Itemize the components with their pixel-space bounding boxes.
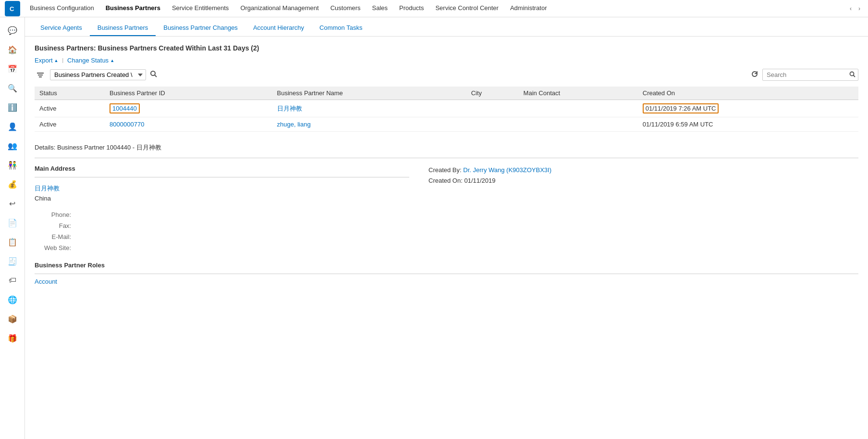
toolbar-separator: | — [62, 58, 64, 63]
cell-bp_id[interactable]: 1004440 — [105, 100, 272, 117]
sort-icon[interactable] — [35, 69, 46, 81]
details-divider — [35, 158, 858, 158]
sidebar-icon-person[interactable]: 👤 — [3, 117, 22, 136]
address-name[interactable]: 日月神教 — [35, 184, 409, 193]
sidebar-icon-search[interactable]: 🔍 — [3, 79, 22, 97]
sidebar-icon-dollar[interactable]: 💰 — [3, 175, 22, 193]
svg-point-7 — [850, 72, 854, 75]
table-row[interactable]: Active8000000770zhuge, liang01/11/2019 6… — [35, 117, 858, 132]
bp-roles-heading: Business Partner Roles — [35, 262, 858, 269]
col-header-bp_id: Business Partner ID — [105, 87, 272, 100]
created-by-value[interactable]: Dr. Jerry Wang (K903ZOYBX3I) — [463, 166, 551, 174]
sidebar-icon-receipt[interactable]: 🧾 — [3, 252, 22, 270]
sub-tabs: Service AgentsBusiness PartnersBusiness … — [25, 17, 868, 37]
sidebar-icon-chat[interactable]: 💬 — [3, 21, 22, 39]
address-divider — [35, 177, 409, 177]
top-nav-item-sales[interactable]: Sales — [367, 0, 394, 17]
top-nav-item-organizational-management[interactable]: Organizational Management — [234, 0, 324, 17]
sub-tab-common-tasks[interactable]: Common Tasks — [312, 24, 370, 36]
cell-status: Active — [35, 100, 105, 117]
top-nav-item-service-control-center[interactable]: Service Control Center — [429, 0, 504, 17]
cell-main_contact — [519, 100, 638, 117]
contact-table: Phone: Fax: E-Mail: — [35, 209, 409, 254]
search-box-wrapper — [762, 69, 858, 81]
top-nav-item-administrator[interactable]: Administrator — [504, 0, 553, 17]
cell-bp_name[interactable]: zhuge, liang — [272, 117, 466, 132]
link-bp_id[interactable]: 8000000770 — [110, 121, 144, 128]
cell-status: Active — [35, 117, 105, 132]
table-row[interactable]: Active1004440日月神教01/11/2019 7:26 AM UTC — [35, 100, 858, 117]
top-nav-item-business-partners[interactable]: Business Partners — [100, 0, 166, 17]
refresh-icon[interactable] — [751, 70, 758, 79]
cell-created_on: 01/11/2019 6:59 AM UTC — [638, 117, 858, 132]
svg-rect-2 — [37, 73, 44, 74]
main-content: Service AgentsBusiness PartnersBusiness … — [25, 17, 868, 439]
sidebar-icon-people[interactable]: 👥 — [3, 137, 22, 155]
sub-tab-business-partners[interactable]: Business Partners — [90, 24, 156, 36]
phone-row: Phone: — [36, 210, 408, 220]
nav-arrows: ‹ › — [847, 4, 863, 13]
filter-search-icon[interactable] — [150, 70, 158, 79]
sub-tab-service-agents[interactable]: Service Agents — [33, 24, 90, 36]
change-status-label: Change Status — [67, 57, 109, 64]
export-button[interactable]: Export ▲ — [35, 57, 59, 64]
sub-tab-business-partner-changes[interactable]: Business Partner Changes — [156, 24, 245, 36]
website-row: Web Site: — [36, 243, 408, 253]
link-bp_name[interactable]: zhuge, liang — [277, 121, 311, 128]
sidebar-icon-globe[interactable]: 🌐 — [3, 290, 22, 309]
nav-forward-arrow[interactable]: › — [856, 4, 863, 13]
sidebar-icon-tag[interactable]: 🏷 — [3, 271, 22, 289]
table-header: StatusBusiness Partner IDBusiness Partne… — [35, 87, 858, 100]
filter-dropdown[interactable]: Business Partners Created \ All Business… — [50, 69, 146, 80]
toolbar-row: Export ▲ | Change Status ▲ — [35, 57, 858, 64]
col-header-city: City — [466, 87, 519, 100]
filter-row: Business Partners Created \ All Business… — [35, 69, 858, 81]
sidebar-icon-list[interactable]: 📋 — [3, 233, 22, 251]
sidebar-icon-group[interactable]: 👫 — [3, 156, 22, 174]
sidebar-icon-info[interactable]: ℹ️ — [3, 98, 22, 116]
phone-value — [75, 210, 408, 220]
sidebar-icon-document[interactable]: 📄 — [3, 213, 22, 232]
fax-row: Fax: — [36, 221, 408, 231]
link-bp_name[interactable]: 日月神教 — [277, 105, 302, 112]
col-header-status: Status — [35, 87, 105, 100]
top-nav-item-customers[interactable]: Customers — [325, 0, 367, 17]
phone-label: Phone: — [36, 210, 74, 220]
details-left: Main Address 日月神教 China Phone: Fax: — [35, 165, 409, 254]
top-nav-item-service-entitlements[interactable]: Service Entitlements — [166, 0, 235, 17]
address-country: China — [35, 195, 409, 202]
nav-back-arrow[interactable]: ‹ — [847, 4, 855, 13]
role-item[interactable]: Account — [35, 278, 858, 285]
app-logo: C — [5, 1, 20, 16]
sidebar-icon-return[interactable]: ↩ — [3, 194, 22, 213]
details-layout: Main Address 日月神教 China Phone: Fax: — [35, 165, 858, 254]
website-value — [75, 243, 408, 253]
created-on-label: Created On: — [428, 177, 463, 184]
export-arrow-icon: ▲ — [54, 58, 59, 63]
col-header-created_on: Created On — [638, 87, 858, 100]
sidebar-icon-cube[interactable]: 📦 — [3, 310, 22, 328]
top-nav-items: Business ConfigurationBusiness PartnersS… — [24, 0, 845, 17]
created-info: Created By: Dr. Jerry Wang (K903ZOYBX3I)… — [428, 165, 573, 186]
created-by-label: Created By: — [428, 166, 462, 174]
col-header-bp_name: Business Partner Name — [272, 87, 466, 100]
cell-bp_id[interactable]: 8000000770 — [105, 117, 272, 132]
sidebar-icon-calendar[interactable]: 📅 — [3, 60, 22, 78]
top-nav-item-business-configuration[interactable]: Business Configuration — [24, 0, 100, 17]
top-nav-item-products[interactable]: Products — [393, 0, 429, 17]
email-value — [75, 232, 408, 242]
cell-bp_name[interactable]: 日月神教 — [272, 100, 466, 117]
fax-value — [75, 221, 408, 231]
bp-roles-section: Business Partner Roles Account — [35, 262, 858, 285]
business-partners-table: StatusBusiness Partner IDBusiness Partne… — [35, 87, 858, 132]
bp-roles-list: Account — [35, 278, 858, 285]
svg-rect-4 — [39, 76, 42, 77]
page-body: Business Partners: Business Partners Cre… — [25, 37, 868, 293]
search-input[interactable] — [762, 69, 858, 81]
export-label: Export — [35, 57, 53, 64]
top-navigation: C Business ConfigurationBusiness Partner… — [0, 0, 868, 17]
change-status-button[interactable]: Change Status ▲ — [67, 57, 114, 64]
sub-tab-account-hierarchy[interactable]: Account Hierarchy — [245, 24, 312, 36]
sidebar-icon-box3d[interactable]: 🎁 — [3, 329, 22, 347]
sidebar-icon-home[interactable]: 🏠 — [3, 40, 22, 59]
